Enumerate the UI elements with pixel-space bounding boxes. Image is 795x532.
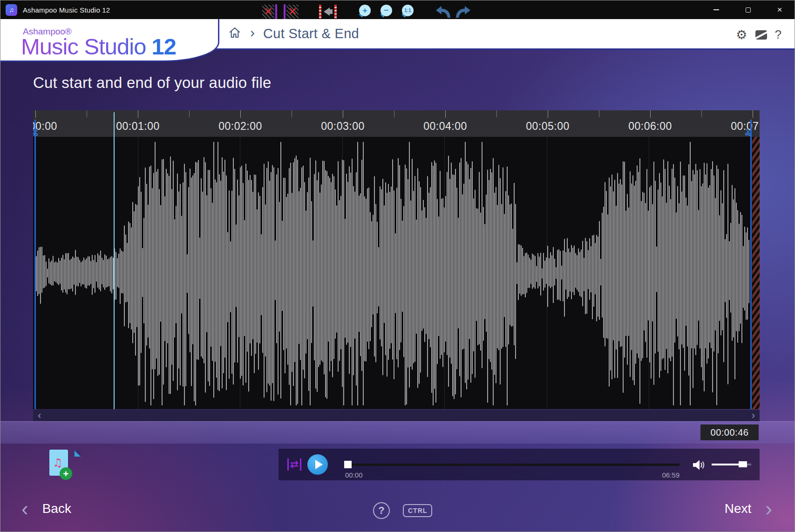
editor-toolbar <box>0 421 795 444</box>
cut-x-icon: ✕ <box>288 6 297 17</box>
timeline-tick <box>35 110 36 118</box>
maximize-icon <box>746 7 751 13</box>
music-note-icon: ♫ <box>53 456 63 469</box>
redo-button[interactable] <box>454 0 472 23</box>
waveform-editor: 00:00:0000:01:0000:02:0000:03:0000:04:00… <box>33 110 760 421</box>
breadcrumb-chevron-icon: › <box>250 25 255 40</box>
window-title: Ashampoo Music Studio 12 <box>23 6 110 14</box>
timeline-tick <box>292 110 292 117</box>
scroll-right-icon[interactable]: › <box>752 411 755 420</box>
cursor-time-display: 00:00:46 <box>700 424 759 440</box>
timeline-tick <box>599 110 599 117</box>
marker-bar-icon <box>284 4 285 19</box>
feedback-icon[interactable] <box>755 30 767 40</box>
timeline-label: 00:06:00 <box>618 120 683 133</box>
trimmed-region-hatch <box>752 137 760 409</box>
timeline-ruler[interactable]: 00:00:0000:01:0000:02:0000:03:0000:04:00… <box>33 110 760 137</box>
timeline-tick <box>138 110 138 118</box>
titlebar: ♫ Ashampoo Music Studio 12 × <box>0 0 795 19</box>
timeline-tick <box>394 110 394 117</box>
end-marker-scissors-icon[interactable] <box>745 128 753 138</box>
zoom-in-icon: + <box>359 5 371 16</box>
timeline-tick <box>753 110 753 118</box>
trim-silence-button[interactable] <box>317 0 339 23</box>
volume-icon[interactable] <box>692 459 705 472</box>
timeline-tick <box>548 110 548 118</box>
close-icon: × <box>777 5 782 15</box>
add-file-button[interactable]: ♫ + <box>48 449 73 483</box>
timeline-tick <box>87 110 87 117</box>
timeline-tick <box>650 110 651 118</box>
home-icon[interactable] <box>228 26 242 41</box>
maximize-button[interactable] <box>732 0 764 19</box>
marker-bar-icon <box>275 4 277 19</box>
trim-bound-icon <box>334 5 337 19</box>
brand-logo: Ashampoo® Music Studio12 <box>0 19 219 62</box>
timeline-tick <box>445 110 446 118</box>
zoom-one-to-one-icon: 1:1 <box>402 5 414 16</box>
timeline-label: 00:05:00 <box>515 120 580 133</box>
timeline-label: 00:04:00 <box>413 120 478 133</box>
elapsed-time: 00:00 <box>345 471 363 479</box>
shortcut-help-button[interactable]: ? <box>373 502 390 519</box>
zoom-reset-button[interactable]: 1:1 <box>400 0 415 23</box>
zoom-out-button[interactable]: − <box>379 0 394 23</box>
timeline-tick <box>496 110 497 117</box>
ctrl-key-badge[interactable]: CTRL <box>403 504 432 517</box>
timeline-tick <box>240 110 241 118</box>
start-marker-scissors-icon[interactable] <box>33 128 40 138</box>
undo-icon <box>435 6 452 18</box>
speaker-cone-icon <box>324 7 330 16</box>
settings-gear-icon[interactable]: ⚙ <box>736 28 747 41</box>
trim-bound-icon <box>319 5 321 19</box>
brand-name-main: Music Studio <box>21 34 146 59</box>
minimize-button[interactable] <box>700 0 732 19</box>
play-icon <box>315 460 323 469</box>
timeline-label: 00:03:00 <box>310 120 375 133</box>
seek-track[interactable] <box>348 464 679 466</box>
timeline-tick <box>343 110 343 118</box>
playhead-cursor[interactable] <box>114 112 115 409</box>
volume-handle[interactable] <box>739 461 747 467</box>
zoom-in-button[interactable]: + <box>357 0 372 23</box>
volume-fill <box>712 464 741 465</box>
total-duration: 06:59 <box>657 471 679 479</box>
next-label: Next <box>725 501 752 516</box>
timeline-tick <box>189 110 190 117</box>
timeline-label: 00:02:00 <box>208 120 273 133</box>
scroll-left-icon[interactable]: ‹ <box>38 411 41 420</box>
back-button[interactable]: ‹ Back <box>21 499 71 518</box>
header-actions: ⚙ ? <box>736 27 781 42</box>
timeline-tick <box>701 110 702 117</box>
cut-x-icon: ✕ <box>264 6 273 17</box>
seek-handle[interactable] <box>344 461 352 468</box>
loop-button[interactable]: ⇄ <box>284 455 305 474</box>
next-button[interactable]: Next › <box>725 499 772 518</box>
help-icon[interactable]: ? <box>775 27 781 42</box>
play-button[interactable] <box>307 454 328 475</box>
breadcrumb-title: Cut Start & End <box>263 26 359 41</box>
page-title: Cut start and end of your audio file <box>33 74 272 92</box>
add-plus-icon: + <box>60 467 72 480</box>
breadcrumb: › Cut Start & End <box>228 25 359 42</box>
speaker-box-icon <box>330 9 333 14</box>
app-icon: ♫ <box>6 4 17 16</box>
zoom-out-icon: − <box>381 5 392 16</box>
selection-start-marker[interactable] <box>34 120 36 409</box>
redo-icon <box>455 6 471 18</box>
loop-icon: ⇄ <box>290 459 299 470</box>
close-button[interactable]: × <box>764 0 795 19</box>
brand-version: 12 <box>152 34 177 59</box>
player-bar: ⇄ 00:00 06:59 <box>279 449 760 480</box>
timeline-label: 00:07:00 <box>720 120 760 133</box>
waveform-canvas[interactable] <box>33 137 760 409</box>
waveform-area[interactable] <box>33 137 760 409</box>
cut-after-end-button[interactable]: ✕ <box>279 0 299 23</box>
waveform-scrollbar[interactable]: ‹ › <box>33 410 760 421</box>
undo-button[interactable] <box>435 0 452 23</box>
minimize-icon <box>713 9 719 10</box>
next-chevron-icon: › <box>765 499 772 518</box>
window-controls: × <box>700 0 795 19</box>
selection-end-marker[interactable] <box>750 120 752 409</box>
back-chevron-icon: ‹ <box>21 499 28 518</box>
